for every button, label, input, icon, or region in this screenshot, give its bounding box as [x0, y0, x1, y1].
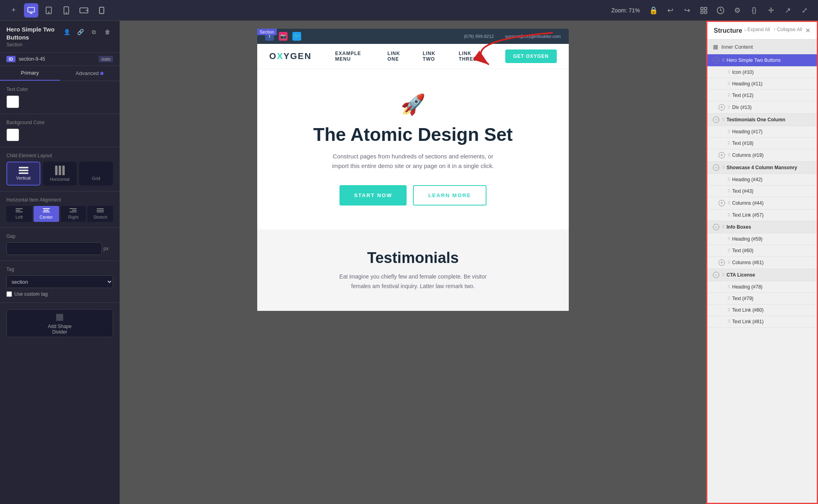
toggle-columns61[interactable]: +: [719, 259, 725, 266]
settings-button[interactable]: ⚙: [730, 3, 745, 18]
inner-content-row[interactable]: ▦ Inner Content: [707, 40, 817, 54]
collapse-all-button[interactable]: ↑ Collapse All: [773, 27, 802, 34]
text-color-swatch[interactable]: [6, 95, 19, 108]
start-now-button[interactable]: START NOW: [340, 185, 407, 206]
nav-link-two[interactable]: LINK TWO: [423, 51, 449, 62]
panel-copy-icon[interactable]: ⧉: [88, 26, 99, 38]
drag-handle-text79[interactable]: ⠿: [727, 296, 731, 301]
tab-advanced[interactable]: Advanced: [60, 66, 120, 81]
state-badge[interactable]: state: [99, 56, 113, 62]
nav-link-three[interactable]: LINK THREE: [459, 51, 491, 62]
share-button[interactable]: ↗: [780, 3, 795, 18]
drag-handle-showcase[interactable]: ⠿: [722, 165, 725, 170]
structure-item-heading59[interactable]: ⠿ Heading (#59): [707, 233, 817, 245]
structure-item-infoboxes[interactable]: − ⠿ Info Boxes: [707, 221, 817, 233]
drag-handle-heading17[interactable]: ⠿: [727, 129, 731, 134]
layout-vertical-button[interactable]: Vertical: [6, 162, 40, 186]
structure-close-button[interactable]: ✕: [805, 27, 810, 34]
history-button[interactable]: [713, 3, 728, 18]
drag-handle-heading78[interactable]: ⠿: [727, 285, 731, 290]
structure-item-textlink81[interactable]: ⠿ Text Link (#81): [707, 316, 817, 328]
drag-handle-textlink57[interactable]: ⠿: [727, 213, 731, 218]
drag-handle-columns61[interactable]: ⠿: [727, 260, 731, 265]
structure-item-showcase[interactable]: − ⠿ Showcase 4 Column Mansonry: [707, 162, 817, 174]
drag-handle-text18[interactable]: ⠿: [727, 141, 731, 146]
structure-item-heading11[interactable]: ⠿ Heading (#11): [707, 78, 817, 90]
device-desktop-button[interactable]: [24, 3, 38, 18]
panel-user-icon[interactable]: 👤: [61, 26, 72, 38]
redo-button[interactable]: ↪: [680, 3, 694, 18]
twitter-icon[interactable]: 🐦: [292, 32, 301, 41]
align-right-button[interactable]: Right: [61, 206, 86, 222]
structure-item-testimonials[interactable]: − ⠿ Testimonials One Column: [707, 114, 817, 126]
structure-item-text18[interactable]: ⠿ Text (#18): [707, 138, 817, 149]
toggle-columns19[interactable]: +: [719, 152, 725, 158]
structure-item-cta[interactable]: − ⠿ CTA License: [707, 269, 817, 281]
tag-select[interactable]: section: [6, 275, 113, 288]
structure-item-columns44[interactable]: + ⠿ Columns (#44): [707, 197, 817, 210]
structure-item-columns61[interactable]: + ⠿ Columns (#61): [707, 257, 817, 269]
drag-handle-text12[interactable]: ⠿: [727, 93, 731, 98]
device-mobile2-button[interactable]: [94, 3, 109, 18]
toggle-showcase[interactable]: −: [713, 164, 719, 171]
structure-item-textlink80[interactable]: ⠿ Text Link (#80): [707, 304, 817, 316]
expand-button[interactable]: ⤢: [797, 3, 812, 18]
structure-item-text79[interactable]: ⠿ Text (#79): [707, 293, 817, 304]
device-mobile-button[interactable]: [59, 3, 73, 18]
gap-input[interactable]: [6, 242, 102, 255]
css-button[interactable]: {}: [747, 3, 761, 18]
drag-handle-infoboxes[interactable]: ⠿: [722, 225, 725, 230]
layout-grid-button[interactable]: Grid: [79, 162, 113, 186]
structure-item-text12[interactable]: ⠿ Text (#12): [707, 90, 817, 101]
panel-delete-icon[interactable]: 🗑: [102, 26, 113, 38]
add-element-button[interactable]: +: [6, 3, 21, 18]
undo-button[interactable]: ↩: [663, 3, 677, 18]
custom-tag-checkbox[interactable]: [6, 291, 12, 297]
structure-item-hero[interactable]: − ⠿ Hero Simple Two Buttons: [707, 54, 817, 67]
tab-primary[interactable]: Primary: [0, 66, 60, 81]
toggle-infoboxes[interactable]: −: [713, 224, 719, 230]
structure-item-text43[interactable]: ⠿ Text (#43): [707, 186, 817, 197]
drag-handle-icon10[interactable]: ⠿: [727, 70, 731, 75]
drag-handle-text60[interactable]: ⠿: [727, 248, 731, 253]
drag-handle-columns19[interactable]: ⠿: [727, 153, 731, 158]
instagram-icon[interactable]: 📷: [279, 32, 288, 41]
toggle-div13[interactable]: +: [719, 104, 725, 111]
drag-handle-heading11[interactable]: ⠿: [727, 81, 731, 87]
drag-handle-text43[interactable]: ⠿: [727, 189, 731, 194]
device-tablet-button[interactable]: [42, 3, 56, 18]
structure-item-heading17[interactable]: ⠿ Heading (#17): [707, 126, 817, 138]
drag-handle-textlink81[interactable]: ⠿: [727, 319, 731, 324]
toggle-columns44[interactable]: +: [719, 200, 725, 206]
add-shape-button[interactable]: ▦ Add ShapeDivider: [6, 309, 113, 337]
manage-button[interactable]: [697, 3, 711, 18]
structure-item-icon10[interactable]: ⠿ Icon (#10): [707, 67, 817, 78]
toggle-testimonials[interactable]: −: [713, 117, 719, 123]
structure-item-heading42[interactable]: ⠿ Heading (#42): [707, 174, 817, 186]
layout-horizontal-button[interactable]: Horizontal: [43, 162, 77, 186]
align-stretch-button[interactable]: Stretch: [87, 206, 113, 222]
drag-handle-columns44[interactable]: ⠿: [727, 201, 731, 206]
drag-handle-textlink80[interactable]: ⠿: [727, 308, 731, 313]
drag-handle-heading42[interactable]: ⠿: [727, 177, 731, 182]
nav-link-example[interactable]: EXAMPLE MENU: [335, 51, 378, 62]
structure-item-text60[interactable]: ⠿ Text (#60): [707, 245, 817, 257]
align-left-button[interactable]: Left: [6, 206, 32, 222]
lock-button[interactable]: 🔒: [646, 3, 661, 18]
grid-button[interactable]: ✛: [764, 3, 778, 18]
device-landscape-button[interactable]: [77, 3, 91, 18]
structure-item-div13[interactable]: + ⠿ Div (#13): [707, 101, 817, 114]
learn-more-button[interactable]: LEARN MORE: [413, 185, 486, 206]
expand-all-button[interactable]: ↓ Expand All: [744, 27, 770, 34]
panel-link-icon[interactable]: 🔗: [75, 26, 86, 38]
structure-item-textlink57[interactable]: ⠿ Text Link (#57): [707, 210, 817, 221]
bg-color-swatch[interactable]: [6, 128, 19, 141]
nav-cta-button[interactable]: GET OXYGEN: [505, 49, 557, 63]
drag-handle-hero[interactable]: ⠿: [722, 58, 725, 63]
drag-handle-div13[interactable]: ⠿: [727, 105, 731, 110]
nav-link-one[interactable]: LINK ONE: [387, 51, 413, 62]
align-center-button[interactable]: Center: [34, 206, 59, 222]
drag-handle-cta[interactable]: ⠿: [722, 273, 725, 278]
drag-handle-heading59[interactable]: ⠿: [727, 237, 731, 242]
toggle-hero[interactable]: −: [713, 57, 719, 63]
